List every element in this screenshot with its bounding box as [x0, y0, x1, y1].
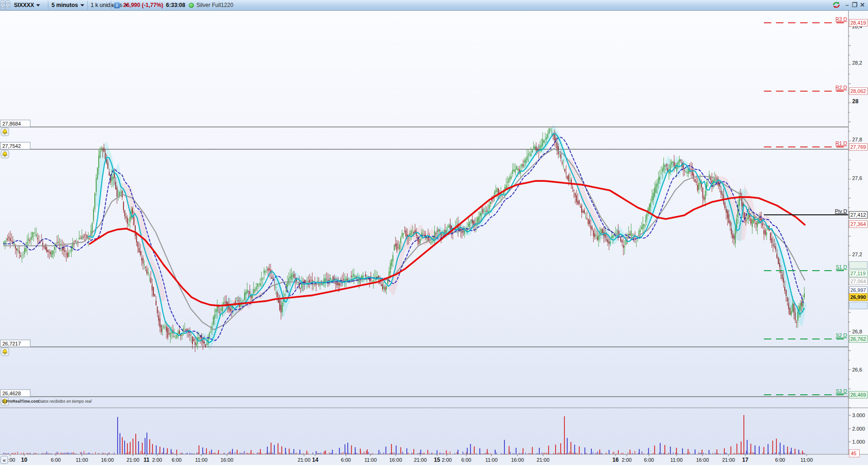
time-tick-label: 21:00	[298, 457, 311, 463]
time-tick-label: 11:00	[76, 457, 88, 463]
alarm-bell-icon[interactable]	[1, 128, 9, 136]
close-button[interactable]: ✕	[859, 1, 866, 8]
time-tick-label: 6:00	[461, 457, 471, 463]
time-tick-label: 10	[21, 457, 27, 463]
price-axis-label-box: 27,412	[849, 212, 868, 219]
bell-clapper	[4, 353, 5, 354]
label-box-rect	[849, 302, 868, 309]
time-tick-label: 16:00	[511, 457, 524, 463]
instrument-dropdown[interactable]: SIXXXX	[14, 0, 40, 10]
chevron-down-icon	[80, 4, 84, 7]
label-box-text: 28,419	[850, 20, 866, 26]
time-tick-label: 2:00	[442, 457, 451, 463]
toolbar-separator	[87, 1, 88, 9]
price-axis-label-box: 27,119	[849, 270, 868, 277]
toolbar-grip-handle2[interactable]	[6, 0, 10, 10]
time-tick-label: 21:00	[537, 457, 550, 463]
feed-status-text: Datos recibidos en tiempo real	[38, 399, 92, 404]
price-tick-label: 27,6	[852, 175, 862, 181]
toolbar-grip-handle[interactable]	[0, 0, 5, 10]
time-tick-label: 16	[612, 457, 619, 463]
bell-body	[3, 349, 7, 352]
alarm-price-label: 27,7542	[0, 142, 30, 149]
label-box-text: 26,997	[850, 287, 866, 293]
pivot-label: R1 D	[835, 140, 847, 146]
price-axis-label-box: 26,990	[849, 294, 868, 301]
label-box-text: 27,119	[850, 271, 866, 276]
axis-column-background	[848, 11, 868, 454]
alarm-price-label: 26,4628	[0, 390, 30, 397]
label-box-text: 27,769	[850, 144, 866, 150]
time-tick-label: 11:00	[670, 457, 683, 463]
price-axis-label-box: 26,997	[849, 287, 868, 294]
label-box-text: 27,364	[850, 221, 866, 227]
alarm-label-text: 27,7542	[2, 143, 21, 149]
alarm-bell-icon[interactable]	[1, 348, 9, 356]
toolbar-separator	[48, 1, 48, 9]
time-tick-label: 11:00	[801, 457, 813, 463]
time-tick-label: 17	[742, 457, 749, 463]
price-axis-label-box: 28,062	[849, 88, 868, 95]
price-tick-label: 28	[852, 98, 859, 105]
time-tick-label: 11:00	[485, 457, 498, 463]
price-tick-label: 27,8	[852, 137, 862, 142]
alarm-label-text: 26,7217	[2, 341, 21, 346]
time-tick-label: 16:00	[220, 457, 233, 463]
feed-status-icon	[189, 3, 194, 8]
price-axis-label-box: 28,419	[849, 20, 868, 27]
time-tick-label: 6:00	[341, 457, 351, 463]
info-icon[interactable]: i	[114, 2, 120, 8]
label-box-text: 27,412	[850, 212, 866, 218]
alarm-price-label: 26,7217	[0, 340, 30, 347]
label-box-text: 27,064	[850, 279, 866, 284]
time-tick-label: 15	[434, 457, 440, 463]
price-tick-label: 26,6	[852, 367, 862, 372]
chevron-down-icon	[36, 4, 40, 7]
pivot-label: R2 D	[835, 85, 847, 90]
timeframe-label: 5 minutos	[52, 2, 78, 8]
volume-tick-label: 1.000	[852, 439, 865, 445]
bell-body	[3, 129, 7, 133]
alarm-bell-icon[interactable]	[1, 150, 9, 158]
copyright-text: © ProRealTime.com	[2, 399, 40, 404]
price-tick-label: 26,8	[852, 329, 862, 334]
bell-body	[3, 152, 7, 155]
label-box-text: 26,990	[850, 294, 866, 300]
pivot-label: S3 D	[836, 388, 848, 394]
rewind-button[interactable]: «	[1, 456, 8, 464]
time-tick-label: 2:00	[152, 457, 162, 463]
timeframe-dropdown[interactable]: 5 minutos	[52, 0, 84, 10]
time-tick-label: 6:00	[172, 457, 181, 463]
alarm-label-text: 26,4628	[2, 391, 21, 396]
pivot-label: S1 D	[836, 264, 848, 270]
prorealtime-window: SIXXXX 5 minutos 1 k unidades i 26,990 (…	[0, 0, 868, 465]
price-tick-label: 28,2	[852, 60, 862, 66]
time-tick-label: 6:00	[775, 457, 785, 463]
price-axis-label-box: 27,769	[849, 144, 868, 151]
watermark: © ProRealTime.comDatos recibidos en tiem…	[2, 399, 92, 404]
restore-button[interactable]: ❐	[851, 1, 858, 8]
price-axis-label-box: 27,064	[849, 278, 868, 285]
time-tick-label: 21:00	[722, 457, 735, 463]
minimize-button[interactable]: –	[844, 1, 850, 8]
instrument-label: SIXXXX	[14, 2, 34, 8]
toolbar-separator	[111, 1, 111, 9]
label-box-text: 28,062	[850, 88, 866, 94]
quote-group: i 26,990 (-1,77%) 6:33:08 Silver Full122…	[114, 0, 233, 10]
toolbar: SIXXXX 5 minutos 1 k unidades i 26,990 (…	[0, 0, 868, 11]
time-tick-label: 6:00	[644, 457, 654, 463]
price-axis-label-box	[849, 262, 868, 269]
time-tick-label: 2:00	[622, 457, 631, 463]
feed-name: Silver Full1220	[196, 2, 233, 8]
time-tick-label: 16:00	[389, 457, 402, 463]
time-tick-label: 6:00	[51, 457, 60, 463]
chart-canvas[interactable]: R3 DR2 DR1 DPiv DS1 DS2 DS3 D28,428,2282…	[0, 11, 868, 465]
countdown-timer: 6:33:08	[166, 2, 185, 8]
volume-tick-label: 3.000	[852, 412, 865, 418]
bell-clapper	[4, 156, 5, 157]
price-axis-label-box: 26,762	[849, 336, 868, 343]
label-box-rect	[849, 262, 868, 269]
price-axis-label-box: 26,469	[849, 392, 868, 399]
sync-icon[interactable]	[832, 1, 842, 9]
pivot-label: R3 D	[835, 16, 847, 22]
